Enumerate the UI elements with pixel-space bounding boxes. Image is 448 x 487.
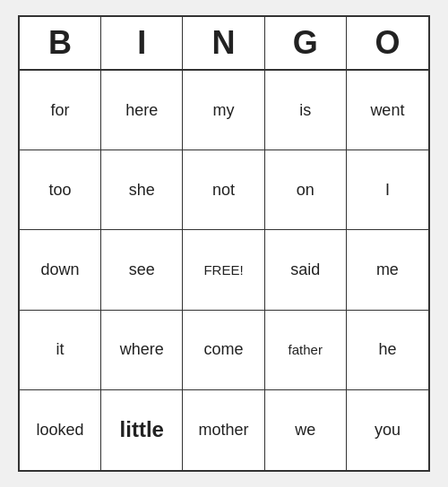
header-letter-g: G [265, 17, 347, 69]
bingo-cell-3: is [265, 71, 347, 150]
bingo-cell-6: she [101, 150, 183, 230]
bingo-cell-1: here [101, 71, 183, 150]
bingo-cell-20: looked [20, 390, 101, 470]
bingo-cell-8: on [265, 150, 347, 230]
bingo-card: BINGO forheremyiswenttooshenotonIdownsee… [18, 15, 430, 472]
bingo-grid: forheremyiswenttooshenotonIdownseeFREE!s… [20, 71, 428, 470]
bingo-cell-15: it [20, 311, 101, 390]
bingo-cell-12: FREE! [183, 230, 264, 310]
bingo-cell-14: me [347, 230, 428, 310]
header-letter-b: B [20, 17, 101, 69]
bingo-cell-9: I [347, 150, 428, 230]
bingo-cell-23: we [265, 390, 347, 470]
bingo-cell-22: mother [183, 390, 264, 470]
bingo-cell-2: my [183, 71, 264, 150]
header-letter-o: O [347, 17, 428, 69]
bingo-cell-4: went [347, 71, 428, 150]
header-letter-n: N [183, 17, 264, 69]
bingo-header: BINGO [20, 17, 428, 71]
bingo-cell-18: father [265, 311, 347, 390]
bingo-cell-17: come [183, 311, 264, 390]
bingo-cell-24: you [347, 390, 428, 470]
bingo-cell-0: for [20, 71, 101, 150]
bingo-cell-13: said [265, 230, 347, 310]
bingo-cell-5: too [20, 150, 101, 230]
bingo-cell-10: down [20, 230, 101, 310]
bingo-cell-11: see [101, 230, 183, 310]
header-letter-i: I [101, 17, 183, 69]
bingo-cell-7: not [183, 150, 264, 230]
bingo-cell-19: he [347, 311, 428, 390]
bingo-cell-21: little [101, 390, 183, 470]
bingo-cell-16: where [101, 311, 183, 390]
